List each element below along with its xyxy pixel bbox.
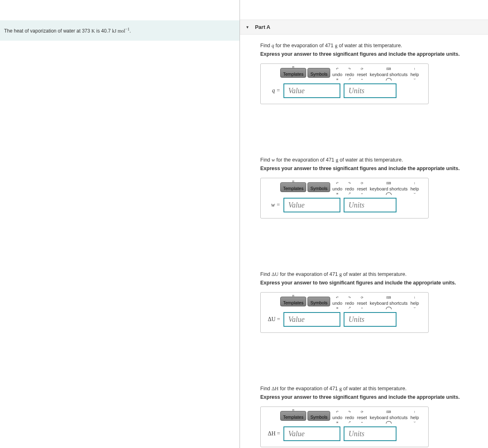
btn-label: redo bbox=[345, 186, 354, 191]
keyboard-shortcuts-button[interactable]: ⌨keyboard shortcuts bbox=[369, 68, 408, 78]
units-input[interactable] bbox=[344, 312, 396, 327]
info-text: kJ mol bbox=[112, 28, 125, 34]
prompt-text: Find bbox=[260, 271, 272, 277]
variable-label: ΔU = bbox=[266, 316, 280, 323]
btn-label: undo bbox=[332, 415, 342, 420]
prompt-variable: w bbox=[272, 157, 275, 163]
help-button[interactable]: !help⌣ bbox=[410, 411, 420, 421]
value-input[interactable] bbox=[283, 83, 340, 98]
info-text: −1 bbox=[125, 27, 130, 31]
prompt-text: Find bbox=[260, 43, 272, 48]
units-input[interactable] bbox=[344, 198, 396, 212]
info-text: is 40.7 bbox=[95, 28, 112, 34]
variable-label: w = bbox=[266, 202, 280, 208]
equation-toolbar: πTemplates Symbols ↶undox̶ ↷redo↗ ⟳reset… bbox=[280, 182, 423, 192]
keyboard-shortcuts-button[interactable]: ⌨keyboard shortcuts bbox=[369, 411, 408, 421]
question-delta-u: Find ΔU for the evaporation of 471 g of … bbox=[240, 263, 488, 333]
btn-label: Symbols bbox=[310, 300, 327, 305]
templates-button[interactable]: πTemplates bbox=[280, 411, 306, 421]
prompt-text: of water at this temperature. bbox=[338, 157, 403, 163]
problem-info-box: The heat of vaporization of water at 373… bbox=[0, 20, 240, 41]
units-input[interactable] bbox=[344, 83, 396, 98]
btn-label: keyboard shortcuts bbox=[370, 415, 407, 420]
templates-button[interactable]: πTemplates bbox=[280, 297, 306, 306]
prompt-text: of water at this temperature. bbox=[338, 43, 402, 48]
keyboard-shortcuts-button[interactable]: ⌨keyboard shortcuts bbox=[369, 297, 408, 306]
help-button[interactable]: !help⌣ bbox=[410, 297, 420, 306]
btn-label: keyboard shortcuts bbox=[370, 301, 407, 306]
redo-button[interactable]: ↷redo↗ bbox=[344, 183, 355, 192]
symbols-button[interactable]: Symbols bbox=[307, 411, 330, 421]
equation-toolbar: πTemplates Symbols ↶undox̶ ↷redo↗ ⟳reset… bbox=[280, 411, 423, 421]
answer-instructions: Express your answer to two significant f… bbox=[260, 280, 488, 286]
question-w: Find w for the evaporation of 471 g of w… bbox=[240, 149, 488, 219]
value-input[interactable] bbox=[283, 198, 340, 212]
undo-button[interactable]: ↶undox̶ bbox=[331, 411, 343, 421]
btn-label: reset bbox=[357, 301, 367, 306]
answer-input-box: πTemplates Symbols ↶undox̶ ↷redo↗ ⟳reset… bbox=[260, 406, 429, 447]
btn-label: Templates bbox=[283, 300, 303, 305]
help-button[interactable]: !help⌣ bbox=[410, 183, 420, 192]
answer-instructions: Express your answer to three significant… bbox=[260, 51, 488, 57]
question-prompt: Find q for the evaporation of 471 g of w… bbox=[260, 43, 488, 49]
answer-instructions: Express your answer to three significant… bbox=[260, 166, 488, 171]
btn-label: Templates bbox=[283, 415, 303, 420]
btn-label: Templates bbox=[283, 72, 303, 76]
btn-label: help bbox=[410, 415, 419, 420]
undo-button[interactable]: ↶undox̶ bbox=[331, 183, 343, 192]
templates-button[interactable]: πTemplates bbox=[280, 68, 306, 78]
btn-label: Symbols bbox=[310, 72, 327, 76]
question-prompt: Find ΔU for the evaporation of 471 g of … bbox=[260, 271, 488, 278]
answer-instructions: Express your answer to three significant… bbox=[260, 394, 488, 400]
btn-label: undo bbox=[332, 72, 342, 77]
prompt-text: of water at this temperature. bbox=[342, 386, 407, 391]
btn-label: help bbox=[410, 186, 419, 191]
prompt-text: Find bbox=[260, 157, 272, 163]
redo-button[interactable]: ↷redo↗ bbox=[344, 68, 355, 78]
collapse-caret-icon: ▼ bbox=[246, 25, 249, 29]
prompt-text: Find bbox=[260, 386, 272, 391]
btn-label: reset bbox=[357, 186, 367, 191]
reset-button[interactable]: ⟳reset• bbox=[356, 411, 368, 421]
btn-label: Templates bbox=[283, 186, 303, 191]
prompt-variable: ΔU bbox=[272, 271, 279, 277]
answer-input-box: πTemplates Symbols ↶undox̶ ↷redo↗ ⟳reset… bbox=[260, 178, 429, 219]
symbols-button[interactable]: Symbols bbox=[307, 297, 330, 306]
value-input[interactable] bbox=[283, 426, 340, 441]
templates-button[interactable]: πTemplates bbox=[280, 182, 306, 192]
undo-button[interactable]: ↶undox̶ bbox=[331, 297, 343, 306]
answer-input-box: πTemplates Symbols ↶undox̶ ↷redo↗ ⟳reset… bbox=[260, 292, 429, 333]
info-text: . bbox=[130, 28, 131, 34]
reset-button[interactable]: ⟳reset• bbox=[356, 297, 368, 306]
question-delta-h: Find ΔH for the evaporation of 471 g of … bbox=[240, 378, 488, 448]
part-a-header[interactable]: ▼ Part A bbox=[240, 20, 488, 35]
btn-label: redo bbox=[345, 415, 354, 420]
help-button[interactable]: !help⌣ bbox=[410, 68, 420, 78]
keyboard-shortcuts-button[interactable]: ⌨keyboard shortcuts bbox=[369, 183, 408, 192]
equation-toolbar: πTemplates Symbols ↶undox̶ ↷redo↗ ⟳reset… bbox=[280, 297, 423, 306]
btn-label: undo bbox=[332, 186, 342, 191]
btn-label: keyboard shortcuts bbox=[370, 186, 407, 191]
problem-statement-column: The heat of vaporization of water at 373… bbox=[0, 0, 240, 448]
btn-label: Symbols bbox=[310, 415, 327, 420]
answer-column: ▼ Part A Find q for the evaporation of 4… bbox=[240, 0, 488, 448]
undo-button[interactable]: ↶undox̶ bbox=[331, 68, 343, 78]
prompt-text: for the evaporation of 471 bbox=[275, 157, 336, 163]
symbols-button[interactable]: Symbols bbox=[307, 68, 330, 78]
reset-button[interactable]: ⟳reset• bbox=[356, 68, 368, 78]
btn-label: undo bbox=[332, 301, 342, 306]
variable-label: ΔH = bbox=[266, 431, 280, 437]
units-input[interactable] bbox=[344, 426, 396, 441]
btn-label: help bbox=[410, 72, 419, 77]
reset-button[interactable]: ⟳reset• bbox=[356, 183, 368, 192]
btn-label: reset bbox=[357, 415, 367, 420]
btn-label: reset bbox=[357, 72, 367, 77]
part-label: Part A bbox=[255, 24, 270, 30]
prompt-variable: ΔH bbox=[272, 386, 279, 391]
redo-button[interactable]: ↷redo↗ bbox=[344, 297, 355, 306]
btn-label: redo bbox=[345, 301, 354, 306]
redo-button[interactable]: ↷redo↗ bbox=[344, 411, 355, 421]
value-input[interactable] bbox=[283, 312, 340, 327]
symbols-button[interactable]: Symbols bbox=[307, 182, 330, 192]
btn-label: help bbox=[410, 301, 419, 306]
